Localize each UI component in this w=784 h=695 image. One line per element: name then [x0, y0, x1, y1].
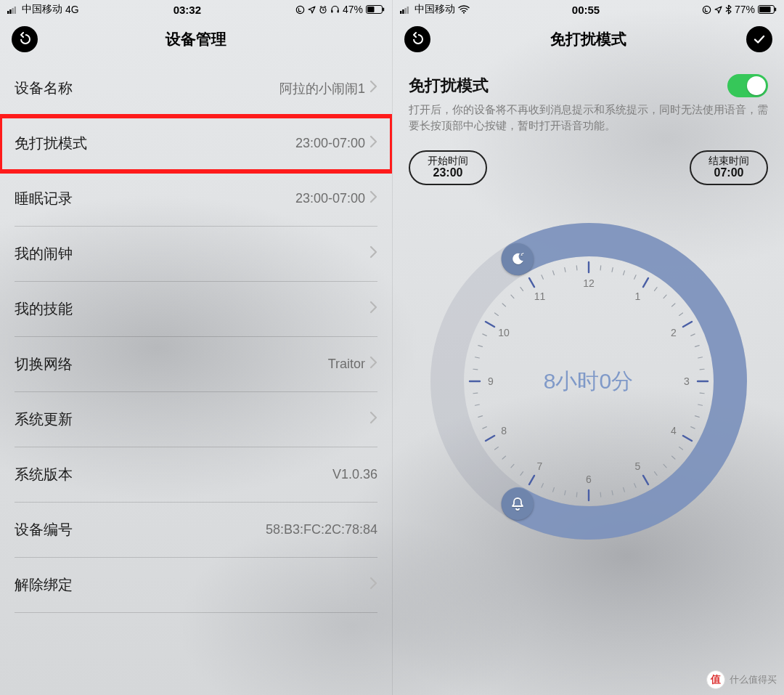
- row-value: 23:00-07:00: [295, 135, 377, 152]
- svg-line-54: [552, 488, 554, 492]
- svg-text:1: 1: [634, 291, 640, 303]
- svg-line-39: [695, 416, 699, 418]
- statusbar: 中国移动 4G 03:32 47%: [0, 0, 392, 17]
- svg-line-53: [564, 491, 565, 495]
- svg-line-35: [700, 370, 704, 370]
- svg-line-74: [510, 296, 513, 298]
- page-title: 免打扰模式: [550, 29, 626, 49]
- row-value: [369, 577, 377, 593]
- signal-icon: [400, 6, 412, 14]
- watermark-badge-icon: 值: [706, 670, 725, 689]
- svg-text:3: 3: [684, 375, 690, 387]
- end-knob[interactable]: [502, 488, 534, 520]
- start-time-button[interactable]: 开始时间 23:00: [409, 150, 487, 185]
- svg-rect-9: [367, 7, 375, 12]
- svg-rect-6: [331, 10, 332, 13]
- row-label: 切换网络: [15, 354, 73, 374]
- orientation-lock-icon: [702, 5, 711, 15]
- back-button[interactable]: [12, 26, 38, 52]
- settings-row-4[interactable]: 我的技能: [15, 282, 377, 337]
- svg-line-75: [520, 288, 523, 291]
- svg-text:10: 10: [498, 327, 510, 338]
- svg-rect-10: [383, 8, 384, 12]
- svg-line-78: [552, 271, 554, 275]
- network-label: 4G: [65, 4, 79, 15]
- chevron-right-icon: [369, 190, 377, 207]
- settings-row-6[interactable]: 系统更新: [15, 392, 377, 447]
- row-value: 58:B3:FC:2C:78:84: [266, 522, 377, 537]
- svg-line-58: [510, 465, 513, 468]
- watermark-text: 什么值得买: [730, 673, 777, 686]
- svg-point-15: [463, 12, 465, 14]
- svg-line-57: [520, 472, 523, 476]
- svg-line-31: [682, 322, 691, 327]
- battery-icon: [758, 5, 777, 14]
- row-label: 设备编号: [15, 520, 73, 540]
- time-dial[interactable]: 121234567891011 8小时0分 z z: [422, 214, 756, 548]
- settings-row-0[interactable]: 设备名称阿拉的小闹闹1: [15, 61, 377, 116]
- svg-rect-18: [759, 7, 771, 12]
- signal-icon: [7, 6, 19, 14]
- svg-rect-7: [337, 10, 338, 13]
- carrier-label: 中国移动: [22, 3, 62, 16]
- svg-line-80: [576, 266, 577, 270]
- battery-percent: 47%: [343, 4, 363, 15]
- end-time-value: 07:00: [709, 166, 749, 179]
- svg-line-71: [485, 322, 494, 327]
- dnd-toggle[interactable]: [727, 74, 768, 97]
- row-label: 我的技能: [15, 299, 73, 319]
- svg-line-73: [502, 304, 505, 306]
- settings-list: 设备名称阿拉的小闹闹1免打扰模式23:00-07:00睡眠记录23:00-07:…: [0, 61, 392, 613]
- row-label: 我的闹钟: [15, 244, 73, 264]
- row-value: 23:00-07:00: [295, 190, 377, 207]
- confirm-button[interactable]: [746, 26, 772, 52]
- settings-row-5[interactable]: 切换网络Traitor: [15, 337, 377, 392]
- svg-line-43: [671, 456, 674, 459]
- svg-line-32: [690, 334, 694, 336]
- svg-rect-11: [400, 11, 401, 14]
- carrier-label: 中国移动: [415, 3, 455, 16]
- svg-line-50: [600, 493, 601, 497]
- svg-text:4: 4: [671, 425, 677, 436]
- settings-row-3[interactable]: 我的闹钟: [15, 227, 377, 282]
- end-time-button[interactable]: 结束时间 07:00: [690, 150, 768, 185]
- bluetooth-icon: [725, 4, 732, 15]
- svg-line-44: [663, 465, 666, 468]
- back-button[interactable]: [404, 26, 430, 52]
- svg-line-30: [679, 313, 682, 316]
- svg-line-67: [473, 370, 477, 370]
- screen-dnd-mode: 中国移动 00:55 77%: [392, 0, 784, 695]
- svg-rect-2: [12, 8, 13, 14]
- svg-line-41: [682, 436, 691, 441]
- row-label: 免打扰模式: [15, 134, 87, 153]
- svg-text:11: 11: [534, 291, 545, 303]
- row-label: 设备名称: [15, 78, 73, 98]
- dnd-section-title: 免打扰模式: [409, 75, 489, 97]
- svg-text:7: 7: [536, 460, 542, 472]
- svg-line-70: [482, 334, 486, 336]
- settings-row-1[interactable]: 免打扰模式23:00-07:00: [0, 116, 392, 171]
- svg-point-4: [296, 6, 303, 13]
- svg-line-76: [529, 278, 534, 287]
- status-time: 03:32: [173, 4, 201, 16]
- page-title: 设备管理: [166, 29, 226, 49]
- svg-text:12: 12: [583, 277, 595, 289]
- svg-line-26: [643, 278, 648, 287]
- row-label: 系统更新: [15, 410, 73, 429]
- svg-text:8: 8: [501, 425, 507, 436]
- start-knob[interactable]: z z: [502, 243, 534, 275]
- navbar: 设备管理: [0, 17, 392, 61]
- svg-line-55: [541, 484, 542, 487]
- svg-line-45: [654, 472, 657, 476]
- statusbar: 中国移动 00:55 77%: [393, 0, 784, 17]
- row-value: [369, 245, 377, 262]
- svg-line-22: [600, 266, 601, 270]
- svg-line-72: [494, 313, 498, 316]
- moon-icon: z z: [510, 251, 526, 267]
- svg-line-28: [663, 296, 666, 298]
- settings-row-9[interactable]: 解除绑定: [15, 558, 377, 613]
- svg-point-16: [703, 6, 710, 13]
- settings-row-2[interactable]: 睡眠记录23:00-07:00: [15, 171, 377, 227]
- svg-line-59: [502, 456, 505, 459]
- svg-line-61: [485, 436, 494, 441]
